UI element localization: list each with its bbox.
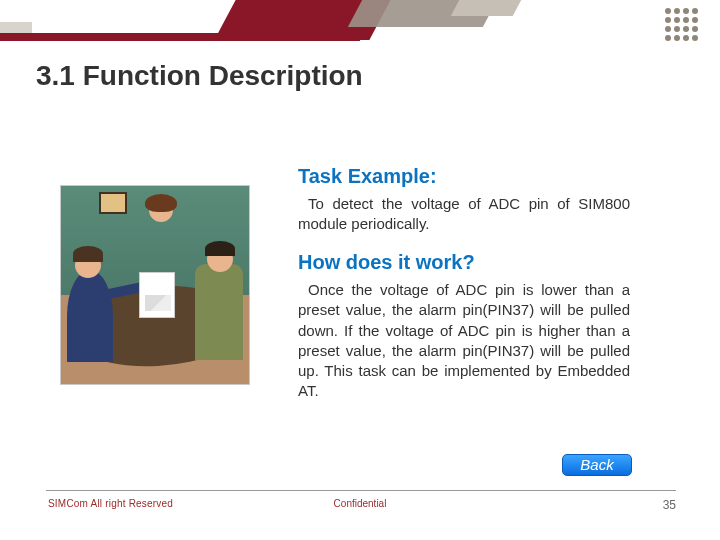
footer-confidential: Confidential	[0, 498, 720, 509]
how-heading: How does it work?	[298, 251, 630, 274]
page-number: 35	[663, 498, 676, 512]
content-block: Task Example: To detect the voltage of A…	[298, 165, 630, 402]
task-heading: Task Example:	[298, 165, 630, 188]
dot-matrix-icon	[665, 8, 698, 41]
header-shape-lightgrey	[451, 0, 522, 16]
slide: 3.1 Function Description Task Example: T…	[0, 0, 720, 540]
meeting-illustration	[60, 185, 250, 385]
footer-divider	[46, 490, 676, 491]
how-body: Once the voltage of ADC pin is lower tha…	[298, 280, 630, 402]
task-body: To detect the voltage of ADC pin of SIM8…	[298, 194, 630, 233]
back-button[interactable]: Back	[562, 454, 632, 476]
page-title: 3.1 Function Description	[36, 60, 363, 92]
